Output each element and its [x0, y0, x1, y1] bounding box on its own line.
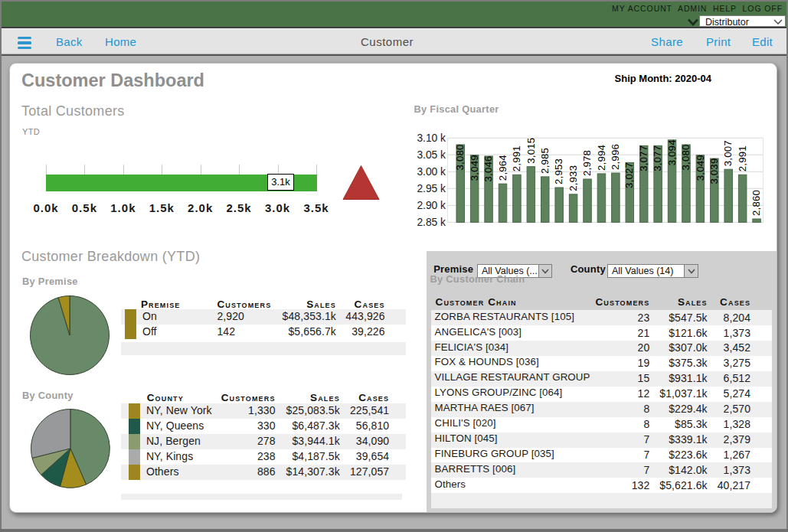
svg-text:2.90 k: 2.90 k [417, 200, 446, 211]
svg-text:3,007: 3,007 [722, 140, 734, 166]
svg-text:3,049: 3,049 [469, 155, 480, 181]
svg-text:2.85 k: 2.85 k [417, 217, 446, 228]
svg-text:2,996: 2,996 [610, 144, 621, 170]
svg-text:3.10 k: 3.10 k [417, 132, 446, 144]
svg-text:2,964: 2,964 [497, 155, 508, 181]
svg-text:3,049: 3,049 [695, 155, 706, 181]
svg-text:3,027: 3,027 [623, 162, 635, 188]
svg-text:3,077: 3,077 [652, 145, 663, 171]
svg-text:2,860: 2,860 [750, 190, 762, 216]
svg-text:3,015: 3,015 [525, 138, 537, 164]
svg-text:3,094: 3,094 [666, 139, 678, 165]
svg-text:2,933: 2,933 [567, 165, 579, 191]
svg-text:3.05 k: 3.05 k [417, 149, 446, 161]
svg-text:2,953: 2,953 [553, 158, 564, 184]
svg-text:3.00 k: 3.00 k [417, 166, 446, 178]
svg-text:3,080: 3,080 [680, 145, 692, 171]
svg-text:3,039: 3,039 [708, 158, 720, 184]
svg-text:3,077: 3,077 [638, 145, 649, 171]
svg-text:2,994: 2,994 [596, 145, 607, 171]
svg-text:3,080: 3,080 [454, 145, 466, 171]
svg-text:2,991: 2,991 [737, 145, 748, 171]
svg-text:3,046: 3,046 [482, 155, 494, 181]
svg-text:2,978: 2,978 [581, 150, 593, 176]
svg-text:2.95 k: 2.95 k [417, 183, 446, 194]
svg-text:2,991: 2,991 [511, 145, 522, 171]
svg-text:2,985: 2,985 [539, 148, 551, 174]
